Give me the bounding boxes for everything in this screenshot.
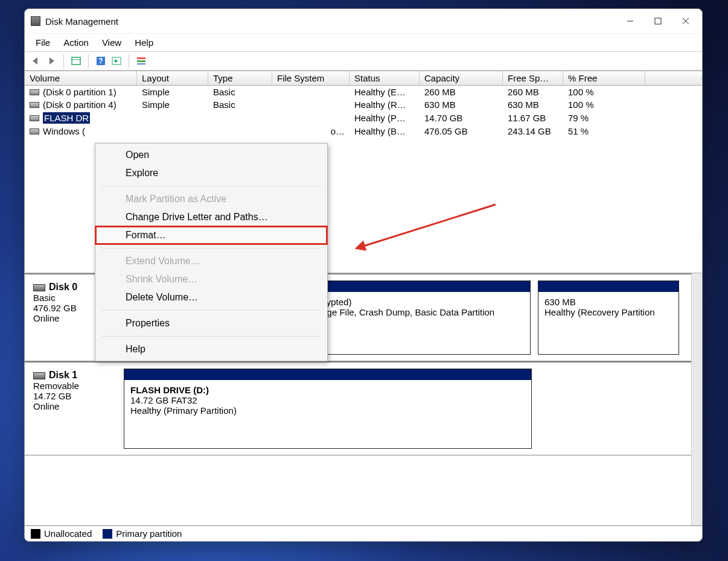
- drive-icon: [30, 115, 39, 121]
- drive-icon: [30, 102, 39, 108]
- vertical-scrollbar[interactable]: [691, 273, 702, 525]
- volume-list-header[interactable]: Volume Layout Type File System Status Ca…: [25, 71, 702, 86]
- col-capacity[interactable]: Capacity: [420, 71, 503, 85]
- svg-rect-1: [655, 18, 661, 24]
- drive-icon: [30, 89, 39, 95]
- help-icon[interactable]: ?: [95, 55, 107, 67]
- svg-rect-10: [137, 60, 145, 62]
- volume-name: (Disk 0 partition 4): [43, 100, 117, 110]
- volume-row[interactable]: (Disk 0 partition 4) Simple Basic Health…: [25, 98, 702, 111]
- forward-icon[interactable]: [45, 55, 57, 67]
- volume-name: Windows (: [43, 126, 85, 136]
- menu-item-explore[interactable]: Explore: [95, 164, 327, 182]
- maximize-button[interactable]: [644, 10, 672, 32]
- menu-item-help[interactable]: Help: [95, 340, 327, 358]
- context-menu: Open Explore Mark Partition as Active Ch…: [95, 143, 328, 361]
- menubar: File Action View Help: [25, 33, 702, 51]
- partition[interactable]: FLASH DRIVE (D:) 14.72 GB FAT32 Healthy …: [124, 369, 532, 449]
- legend-unallocated: Unallocated: [44, 528, 92, 539]
- legend-primary: Primary partition: [116, 528, 182, 539]
- volume-name: (Disk 0 partition 1): [43, 87, 117, 97]
- svg-rect-9: [137, 57, 145, 59]
- disk-icon: [33, 372, 45, 379]
- volume-name: FLASH DR: [43, 112, 90, 124]
- menu-item-mark-active: Mark Partition as Active: [95, 190, 327, 208]
- menu-item-open[interactable]: Open: [95, 146, 327, 164]
- menu-item-delete[interactable]: Delete Volume…: [95, 288, 327, 306]
- app-icon: [31, 16, 40, 26]
- menu-item-shrink: Shrink Volume…: [95, 270, 327, 288]
- legend: Unallocated Primary partition: [25, 525, 702, 541]
- menu-view[interactable]: View: [96, 35, 127, 50]
- minimize-button[interactable]: [616, 10, 644, 32]
- volume-row-selected[interactable]: FLASH DR Healthy (P… 14.70 GB 11.67 GB 7…: [25, 111, 702, 125]
- svg-rect-4: [72, 57, 80, 65]
- col-freespace[interactable]: Free Sp…: [503, 71, 563, 85]
- disk-icon: [33, 284, 45, 291]
- volume-row[interactable]: (Disk 0 partition 1) Simple Basic Health…: [25, 86, 702, 98]
- menu-item-change-letter[interactable]: Change Drive Letter and Paths…: [95, 208, 327, 226]
- close-button[interactable]: [672, 10, 700, 32]
- col-volume[interactable]: Volume: [25, 71, 137, 85]
- menu-help[interactable]: Help: [129, 35, 159, 50]
- partition[interactable]: 630 MB Healthy (Recovery Partition: [538, 280, 679, 355]
- disk-row[interactable]: Disk 1 Removable 14.72 GB Online FLASH D…: [25, 361, 691, 455]
- drive-icon: [30, 128, 39, 135]
- refresh-icon[interactable]: [110, 55, 123, 67]
- col-pctfree[interactable]: % Free: [563, 71, 645, 85]
- col-layout[interactable]: Layout: [137, 71, 208, 85]
- show-hide-icon[interactable]: [70, 55, 82, 67]
- volume-row[interactable]: Windows ( o… Healthy (B… 476.05 GB 243.1…: [25, 125, 702, 138]
- menu-item-properties[interactable]: Properties: [95, 314, 327, 332]
- toolbar: ?: [25, 51, 702, 71]
- window-title: Disk Management: [45, 16, 118, 27]
- col-status[interactable]: Status: [350, 71, 420, 85]
- col-filesystem[interactable]: File System: [272, 71, 350, 85]
- titlebar[interactable]: Disk Management: [25, 9, 702, 33]
- disk-management-window: Disk Management File Action View Help ? …: [24, 8, 703, 542]
- menu-action[interactable]: Action: [57, 35, 95, 50]
- menu-file[interactable]: File: [30, 35, 56, 50]
- col-type[interactable]: Type: [208, 71, 272, 85]
- list-view-icon[interactable]: [135, 55, 147, 67]
- disk-info: Disk 1 Removable 14.72 GB Online: [25, 363, 124, 455]
- menu-item-extend: Extend Volume…: [95, 252, 327, 270]
- back-icon[interactable]: [30, 55, 42, 67]
- svg-rect-11: [137, 63, 145, 65]
- svg-text:?: ?: [98, 57, 103, 65]
- menu-item-format[interactable]: Format…: [95, 226, 327, 244]
